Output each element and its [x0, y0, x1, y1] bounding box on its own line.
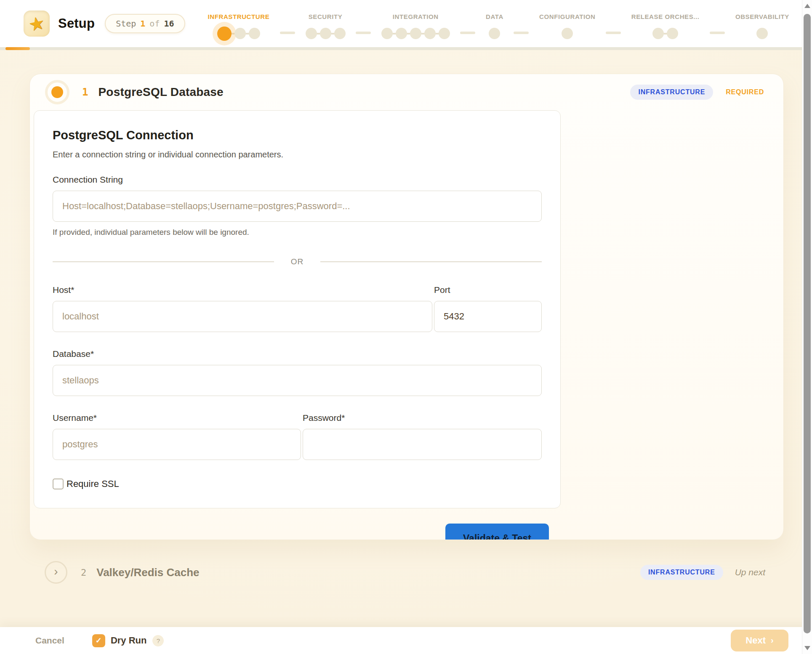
dry-run-toggle-group: ✓ Dry Run ?	[92, 634, 164, 647]
stepper-group-label: DATA	[486, 13, 503, 21]
step-card-header[interactable]: 1 PostgreSQL Database INFRASTRUCTURE REQ…	[30, 74, 783, 110]
next-button-label: Next	[745, 635, 766, 646]
page-scrollbar[interactable]	[802, 0, 812, 654]
step-dot[interactable]	[410, 28, 421, 39]
step-dot[interactable]	[667, 28, 678, 39]
stepper-group-integration: INTEGRATION	[381, 13, 450, 41]
stepper-group-label: OBSERVABILITY	[735, 13, 789, 21]
chevron-right-icon: ›	[54, 566, 58, 577]
next-step-category-badge: INFRASTRUCTURE	[640, 565, 723, 580]
step-dot[interactable]	[381, 28, 393, 39]
stepper-group-divider	[710, 32, 725, 34]
step-word: Step	[116, 19, 136, 29]
stepper-group-release-orches-: RELEASE ORCHES...	[631, 13, 700, 41]
require-ssl-label: Require SSL	[67, 479, 119, 489]
app-logo: ★	[24, 11, 50, 37]
active-step-dot-icon	[51, 86, 63, 98]
database-input[interactable]	[53, 365, 542, 396]
stepper-group-label: RELEASE ORCHES...	[631, 13, 700, 21]
port-input[interactable]	[434, 301, 542, 332]
connection-string-hint: If provided, individual parameters below…	[53, 228, 542, 237]
next-step-status: Up next	[735, 567, 765, 577]
step-of-word: of	[149, 19, 160, 29]
stepper-group-observability: OBSERVABILITY	[735, 13, 789, 41]
step-dot[interactable]	[439, 28, 450, 39]
password-label: Password*	[303, 413, 542, 423]
step-dot[interactable]	[320, 28, 331, 39]
dry-run-checkbox[interactable]: ✓	[92, 634, 105, 647]
step-number: 1	[82, 86, 88, 98]
host-label: Host*	[53, 285, 432, 295]
form-description: Enter a connection string or individual …	[53, 150, 542, 160]
step-dot[interactable]	[396, 28, 407, 39]
validate-test-button[interactable]: Validate & Test	[445, 524, 549, 540]
step-dot[interactable]	[652, 28, 664, 39]
step-dot[interactable]	[249, 28, 260, 39]
expand-step-button[interactable]: ›	[45, 561, 67, 584]
scroll-down-arrow-icon[interactable]	[804, 646, 810, 650]
wizard-progress-track	[0, 47, 812, 50]
stepper-group-label: INFRASTRUCTURE	[208, 13, 270, 21]
step-total: 16	[164, 19, 174, 29]
chevron-right-icon: ›	[771, 635, 774, 646]
or-divider: OR	[53, 257, 542, 266]
connection-string-input[interactable]	[53, 191, 542, 222]
wizard-footer: Cancel ✓ Dry Run ? Next ›	[0, 627, 812, 654]
stepper-group-data: DATA	[486, 13, 503, 41]
stepper-group-label: CONFIGURATION	[539, 13, 595, 21]
check-icon: ✓	[96, 636, 102, 645]
active-step-indicator	[45, 80, 69, 104]
step-dot[interactable]	[234, 28, 246, 39]
form-heading: PostgreSQL Connection	[53, 128, 542, 142]
top-header: ★ Setup Step 1 of 16 INFRASTRUCTURESECUR…	[0, 0, 812, 47]
next-button[interactable]: Next ›	[731, 630, 788, 651]
stepper-group-security: SECURITY	[306, 13, 346, 41]
wizard-stepper: INFRASTRUCTURESECURITYINTEGRATIONDATACON…	[208, 13, 789, 41]
dry-run-help-button[interactable]: ?	[152, 635, 164, 646]
stepper-group-label: SECURITY	[309, 13, 343, 21]
step-title: PostgreSQL Database	[98, 85, 223, 99]
username-label: Username*	[53, 413, 301, 423]
step-dot[interactable]	[756, 28, 768, 39]
stepper-group-divider	[280, 32, 295, 34]
step-dot[interactable]	[306, 28, 317, 39]
scroll-up-arrow-icon[interactable]	[804, 4, 810, 8]
stepper-group-divider	[460, 32, 475, 34]
next-step-number: 2	[81, 567, 86, 578]
wizard-progress-fill	[5, 47, 30, 50]
port-label: Port	[434, 285, 542, 295]
connection-form-panel: PostgreSQL Connection Enter a connection…	[34, 110, 561, 508]
connection-string-label: Connection String	[53, 175, 542, 185]
step-dot[interactable]	[334, 28, 346, 39]
stepper-group-divider	[606, 32, 621, 34]
stepper-group-divider	[356, 32, 371, 34]
step-dot[interactable]	[217, 27, 232, 41]
next-step-title: Valkey/Redis Cache	[96, 566, 199, 579]
password-input[interactable]	[303, 429, 542, 460]
or-divider-text: OR	[291, 257, 304, 266]
upcoming-step-row[interactable]: › 2 Valkey/Redis Cache INFRASTRUCTURE Up…	[29, 555, 784, 590]
step-current: 1	[140, 19, 145, 29]
step-dot[interactable]	[562, 28, 573, 39]
category-badge: INFRASTRUCTURE	[630, 85, 713, 100]
database-label: Database*	[53, 349, 542, 359]
require-ssl-checkbox[interactable]	[53, 479, 64, 489]
stepper-group-divider	[514, 32, 529, 34]
step-counter-pill: Step 1 of 16	[105, 14, 185, 33]
scrollbar-thumb[interactable]	[804, 14, 811, 633]
stepper-group-label: INTEGRATION	[393, 13, 439, 21]
required-badge: REQUIRED	[726, 88, 764, 96]
step-dot[interactable]	[489, 28, 500, 39]
stepper-group-infrastructure: INFRASTRUCTURE	[208, 13, 270, 41]
dry-run-label: Dry Run	[111, 635, 147, 646]
star-mascot-icon: ★	[27, 12, 46, 35]
stepper-group-configuration: CONFIGURATION	[539, 13, 595, 41]
username-input[interactable]	[53, 429, 301, 460]
cancel-button[interactable]: Cancel	[35, 635, 64, 646]
host-input[interactable]	[53, 301, 432, 332]
active-step-card: 1 PostgreSQL Database INFRASTRUCTURE REQ…	[29, 74, 784, 540]
app-title: Setup	[58, 16, 95, 31]
step-dot[interactable]	[424, 28, 436, 39]
